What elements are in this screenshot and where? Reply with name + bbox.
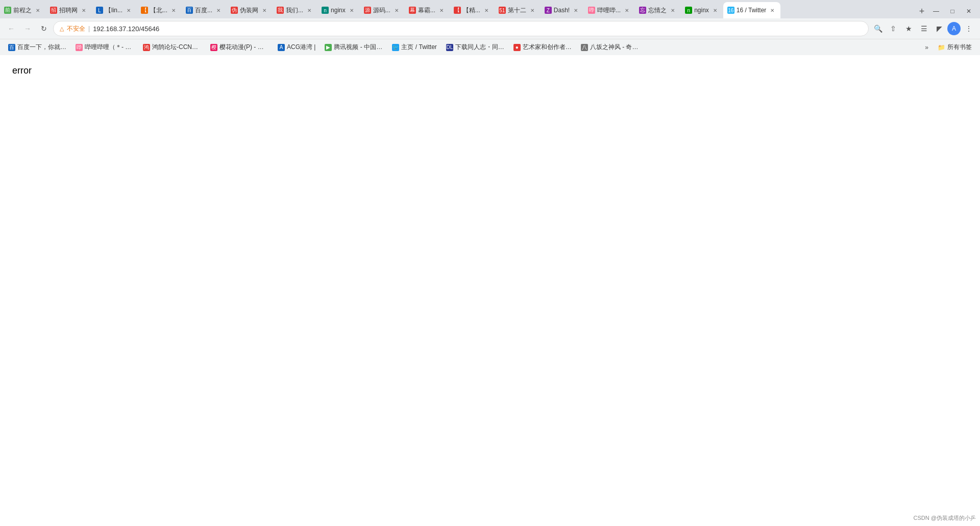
tab-close-button[interactable]: ✕ xyxy=(169,6,178,14)
tab-close-button[interactable]: ✕ xyxy=(393,6,401,14)
tab-close-button[interactable]: ✕ xyxy=(260,6,268,14)
tab-close-button[interactable]: ✕ xyxy=(528,6,536,14)
share-button[interactable]: ⇧ xyxy=(886,21,900,36)
browser-tab-tab-4[interactable]: 【 【北... ✕ xyxy=(137,2,182,18)
bookmark-item-bk-3[interactable]: 鸿 鸿鹄论坛-CCNA,H.... xyxy=(139,41,205,53)
tab-close-button[interactable]: ✕ xyxy=(80,6,88,14)
window-controls: — □ ✕ xyxy=(929,4,980,18)
tab-title: 【北... xyxy=(150,6,167,15)
browser-tab-tab-15[interactable]: 忘 忘情之 ✕ xyxy=(635,2,681,18)
bookmark-label: 腾讯视频 - 中国领... xyxy=(334,43,383,52)
bookmark-label: 百度一下，你就知道 xyxy=(17,43,66,52)
bookmark-item-bk-5[interactable]: A ACG港湾 | xyxy=(274,41,320,53)
bookmark-favicon: 八 xyxy=(581,44,588,51)
page-content: error xyxy=(0,55,980,515)
bookmark-item-bk-10[interactable]: 八 八坂之神风 - 奇迹... xyxy=(577,41,643,53)
bookmarks-bar: 百 百度一下，你就知道 哔 哔哩哔哩（＊- ゜）っ... 鸿 鸿鹄论坛-CCNA… xyxy=(0,39,980,55)
tab-favicon: 伪 xyxy=(231,7,238,14)
tab-close-button[interactable]: ✕ xyxy=(214,6,223,14)
bookmark-item-bk-8[interactable]: DL 下载同人志・同人... xyxy=(442,41,508,53)
maximize-button[interactable]: □ xyxy=(945,4,960,18)
browser-tab-tab-13[interactable]: Z Dash! ✕ xyxy=(541,2,584,18)
tab-close-button[interactable]: ✕ xyxy=(711,6,719,14)
reload-button[interactable]: ↻ xyxy=(37,21,51,36)
tab-title: 【lin... xyxy=(105,6,122,15)
tab-close-button[interactable]: ✕ xyxy=(669,6,677,14)
bookmark-item-bk-7[interactable]: 🐦 主页 / Twitter xyxy=(388,41,440,53)
browser-tab-tab-16[interactable]: n nginx ✕ xyxy=(681,2,723,18)
bookmark-label: ACG港湾 | xyxy=(287,43,315,52)
bookmark-label: 艺术家和创作者持... xyxy=(523,43,572,52)
browser-tab-tab-10[interactable]: 幕 幕霸... ✕ xyxy=(405,2,450,18)
tab-close-button[interactable]: ✕ xyxy=(572,6,580,14)
tab-close-button[interactable]: ✕ xyxy=(125,6,133,14)
toolbar-icons: 🔍 ⇧ ★ ☰ ◤ A ⋮ xyxy=(871,21,976,36)
tab-close-button[interactable]: ✕ xyxy=(348,6,356,14)
bookmark-label: 下载同人志・同人... xyxy=(455,43,504,52)
forward-button[interactable]: → xyxy=(20,21,35,36)
tab-favicon: 百 xyxy=(186,7,193,14)
browser-tab-tab-6[interactable]: 伪 伪装网 ✕ xyxy=(227,2,273,18)
bookmark-item-bk-4[interactable]: 樱 樱花动漫(P) - 专注... xyxy=(206,41,273,53)
close-button[interactable]: ✕ xyxy=(962,4,976,18)
browser-tab-tab-2[interactable]: 招 招聘网 ✕ xyxy=(46,2,92,18)
bookmarks-folder-label: 所有书签 xyxy=(947,43,972,52)
tab-favicon: 前 xyxy=(4,7,11,14)
bookmark-favicon: 🐦 xyxy=(392,44,399,51)
new-tab-button[interactable]: + xyxy=(915,4,929,18)
bookmarks-more: » 📁 所有书签 xyxy=(922,41,976,53)
bookmark-item-bk-6[interactable]: ▶ 腾讯视频 - 中国领... xyxy=(321,41,387,53)
tab-close-button[interactable]: ✕ xyxy=(437,6,446,14)
sidebar-button[interactable]: ◤ xyxy=(932,21,946,36)
tab-favicon: Z xyxy=(545,7,552,14)
bookmark-item-bk-2[interactable]: 哔 哔哩哔哩（＊- ゜）っ... xyxy=(71,41,138,53)
browser-tab-tab-14[interactable]: 哔 哔哩哔... ✕ xyxy=(584,2,635,18)
address-bar-row: ← → ↻ △ 不安全 | 192.168.37.120/45646 🔍 ⇧ ★… xyxy=(0,18,980,39)
browser-tab-tab-5[interactable]: 百 百度... ✕ xyxy=(182,2,227,18)
browser-tab-tab-11[interactable]: 【 【精... ✕ xyxy=(450,2,495,18)
tab-title: 16 / Twitter xyxy=(737,7,766,14)
tab-favicon: 我 xyxy=(277,7,284,14)
zoom-button[interactable]: 🔍 xyxy=(871,21,885,36)
menu-button[interactable]: ⋮ xyxy=(962,21,976,36)
tab-title: 我们... xyxy=(286,6,303,15)
tab-title: 幕霸... xyxy=(418,6,435,15)
tab-close-button[interactable]: ✕ xyxy=(34,6,42,14)
tab-title: 源码... xyxy=(373,6,390,15)
browser-tab-tab-9[interactable]: 源 源码... ✕ xyxy=(360,2,405,18)
bookmark-star-button[interactable]: ★ xyxy=(901,21,916,36)
tab-favicon: 【 xyxy=(141,7,148,14)
browser-tab-tab-17[interactable]: 16 16 / Twitter ✕ xyxy=(723,2,780,18)
tab-title: 忘情之 xyxy=(648,6,667,15)
tab-close-button[interactable]: ✕ xyxy=(482,6,491,14)
browser-tab-tab-7[interactable]: 我 我们... ✕ xyxy=(273,2,317,18)
bookmark-label: 樱花动漫(P) - 专注... xyxy=(219,43,268,52)
extensions-button[interactable]: ☰ xyxy=(917,21,931,36)
browser-tab-tab-3[interactable]: L 【lin... ✕ xyxy=(92,2,137,18)
bookmark-favicon: A xyxy=(278,44,285,51)
bookmarks-folder[interactable]: 📁 所有书签 xyxy=(934,41,976,53)
back-button[interactable]: ← xyxy=(4,21,18,36)
tab-title: 第十二 xyxy=(508,6,526,15)
bookmark-label: 八坂之神风 - 奇迹... xyxy=(590,43,639,52)
profile-avatar[interactable]: A xyxy=(947,22,961,35)
tab-close-button[interactable]: ✕ xyxy=(623,6,631,14)
minimize-button[interactable]: — xyxy=(929,4,943,18)
bookmark-item-bk-9[interactable]: ● 艺术家和创作者持... xyxy=(509,41,576,53)
browser-tab-tab-8[interactable]: n nginx ✕ xyxy=(317,2,360,18)
tab-close-button[interactable]: ✕ xyxy=(768,6,776,14)
tab-close-button[interactable]: ✕ xyxy=(305,6,313,14)
tab-favicon: 51 xyxy=(499,7,506,14)
address-bar[interactable]: △ 不安全 | 192.168.37.120/45646 xyxy=(53,21,869,36)
bookmark-item-bk-1[interactable]: 百 百度一下，你就知道 xyxy=(4,41,70,53)
browser-tab-tab-12[interactable]: 51 第十二 ✕ xyxy=(495,2,541,18)
bookmark-favicon: DL xyxy=(446,44,453,51)
tab-favicon: 16 xyxy=(727,7,734,14)
tab-title: 百度... xyxy=(195,6,212,15)
tab-bar: 前 前程之 ✕ 招 招聘网 ✕ L 【lin... ✕ 【 【北... ✕ 百 … xyxy=(0,0,980,18)
tab-favicon: 招 xyxy=(50,7,57,14)
tab-title: 伪装网 xyxy=(240,6,258,15)
bookmarks-more-button[interactable]: » xyxy=(922,42,932,53)
browser-tab-tab-1[interactable]: 前 前程之 ✕ xyxy=(0,2,46,18)
tab-title: 哔哩哔... xyxy=(597,6,621,15)
